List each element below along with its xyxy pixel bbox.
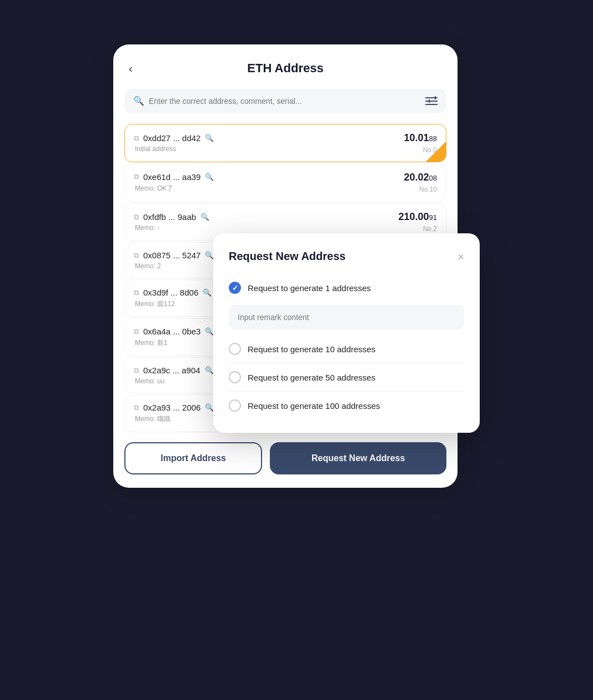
- search-icon: 🔍: [133, 96, 144, 106]
- bottom-actions: Import Address Request New Address: [124, 442, 446, 474]
- amount: 20.0208: [404, 172, 437, 183]
- copy-icon[interactable]: ⧉: [134, 134, 139, 143]
- radio-label: Request to generate 10 addresses: [248, 344, 375, 354]
- address-text: 0x3d9f ... 8d06: [143, 288, 198, 297]
- address-row: ⧉0x2a93 ... 2006🔍: [134, 403, 214, 412]
- page-title: ETH Address: [247, 61, 323, 76]
- divider: [229, 391, 464, 392]
- import-address-button[interactable]: Import Address: [124, 442, 262, 474]
- address-item-right: 20.0208No.10: [404, 172, 437, 193]
- copy-icon[interactable]: ⧉: [134, 172, 139, 181]
- copy-icon[interactable]: ⧉: [134, 251, 139, 260]
- memo-text: Memo: 圆112: [135, 299, 212, 309]
- radio-label: Request to generate 100 addresses: [248, 401, 380, 411]
- address-search-icon[interactable]: 🔍: [205, 134, 214, 142]
- copy-icon[interactable]: ⧉: [134, 213, 139, 222]
- request-new-address-modal: Request New Address × ✓Request to genera…: [213, 233, 480, 433]
- address-item-left: ⧉0xe61d ... aa39🔍Memo: OK了: [134, 172, 214, 193]
- copy-icon[interactable]: ⧉: [134, 288, 139, 297]
- address-item[interactable]: ⧉0xdd27 ... dd42🔍Initial address10.0188N…: [124, 124, 446, 162]
- serial-number: No.10: [419, 186, 437, 193]
- address-item-left: ⧉0xfdfb ... 9aab🔍Memo: -: [134, 212, 209, 232]
- address-search-icon[interactable]: 🔍: [200, 213, 209, 221]
- address-row: ⧉0x3d9f ... 8d06🔍: [134, 288, 212, 297]
- copy-icon[interactable]: ⧉: [134, 403, 139, 412]
- back-button[interactable]: ‹: [124, 60, 137, 77]
- address-row: ⧉0x0875 ... 5247🔍: [134, 251, 214, 260]
- modal-close-button[interactable]: ×: [458, 251, 464, 262]
- address-search-icon[interactable]: 🔍: [203, 288, 212, 297]
- address-row: ⧉0xe61d ... aa39🔍: [134, 172, 214, 182]
- page-header: ‹ ETH Address: [124, 61, 446, 76]
- request-new-address-button[interactable]: Request New Address: [270, 442, 446, 474]
- radio-label: Request to generate 1 addresses: [248, 283, 371, 293]
- radio-circle: [229, 399, 241, 412]
- address-text: 0x6a4a ... 0be3: [143, 327, 200, 336]
- address-text: 0xdd27 ... dd42: [143, 133, 200, 143]
- address-row: ⧉0x6a4a ... 0be3🔍: [134, 327, 214, 336]
- search-bar: 🔍: [124, 89, 446, 113]
- radio-option[interactable]: Request to generate 10 addresses: [229, 337, 464, 361]
- address-row: ⧉0x2a9c ... a904🔍: [134, 366, 214, 375]
- radio-option[interactable]: ✓Request to generate 1 addresses: [229, 276, 464, 299]
- memo-text: Memo: uu: [135, 377, 214, 385]
- radio-circle: [229, 371, 241, 383]
- radio-circle: ✓: [229, 282, 241, 294]
- radio-option[interactable]: Request to generate 50 addresses: [229, 366, 464, 389]
- address-search-icon[interactable]: 🔍: [205, 173, 214, 181]
- filter-button[interactable]: [425, 96, 438, 106]
- modal-title: Request New Address: [229, 250, 345, 263]
- address-text: 0x2a9c ... a904: [143, 366, 200, 375]
- address-item-left: ⧉0xdd27 ... dd42🔍Initial address: [134, 133, 214, 153]
- modal-header: Request New Address ×: [229, 250, 464, 263]
- copy-icon[interactable]: ⧉: [134, 327, 139, 336]
- remark-input[interactable]: [229, 305, 464, 329]
- address-text: 0xfdfb ... 9aab: [143, 212, 196, 222]
- amount: 210.0091: [398, 211, 437, 223]
- memo-text: Memo: 哦哦: [135, 414, 214, 424]
- address-item-left: ⧉0x2a9c ... a904🔍Memo: uu: [134, 366, 214, 385]
- memo-text: Memo: -: [135, 224, 209, 232]
- serial-number: No.2: [423, 225, 437, 233]
- address-item[interactable]: ⧉0xe61d ... aa39🔍Memo: OK了20.0208No.10: [124, 163, 446, 202]
- address-item-left: ⧉0x3d9f ... 8d06🔍Memo: 圆112: [134, 288, 212, 309]
- radio-label: Request to generate 50 addresses: [248, 373, 375, 382]
- search-input[interactable]: [149, 97, 421, 106]
- radio-circle: [229, 343, 241, 355]
- address-item-right: 210.0091No.2: [398, 211, 437, 233]
- divider: [229, 363, 464, 363]
- address-row: ⧉0xdd27 ... dd42🔍: [134, 133, 214, 143]
- address-item-left: ⧉0x2a93 ... 2006🔍Memo: 哦哦: [134, 403, 214, 424]
- address-search-icon[interactable]: 🔍: [205, 366, 214, 374]
- memo-text: Memo: 2: [135, 262, 214, 270]
- address-text: 0x0875 ... 5247: [143, 251, 200, 260]
- address-item-left: ⧉0x6a4a ... 0be3🔍Memo: 新1: [134, 327, 214, 348]
- address-item-left: ⧉0x0875 ... 5247🔍Memo: 2: [134, 251, 214, 270]
- memo-text: Memo: 新1: [135, 338, 214, 348]
- memo-text: Memo: OK了: [135, 184, 214, 193]
- address-text: 0xe61d ... aa39: [143, 172, 200, 182]
- address-row: ⧉0xfdfb ... 9aab🔍: [134, 212, 209, 222]
- memo-text: Initial address: [135, 145, 214, 153]
- radio-options: ✓Request to generate 1 addressesRequest …: [229, 276, 464, 417]
- copy-icon[interactable]: ⧉: [134, 366, 139, 375]
- address-text: 0x2a93 ... 2006: [143, 403, 200, 412]
- active-corner-tag: [426, 142, 446, 162]
- radio-check-icon: ✓: [232, 284, 238, 292]
- radio-option[interactable]: Request to generate 100 addresses: [229, 394, 464, 417]
